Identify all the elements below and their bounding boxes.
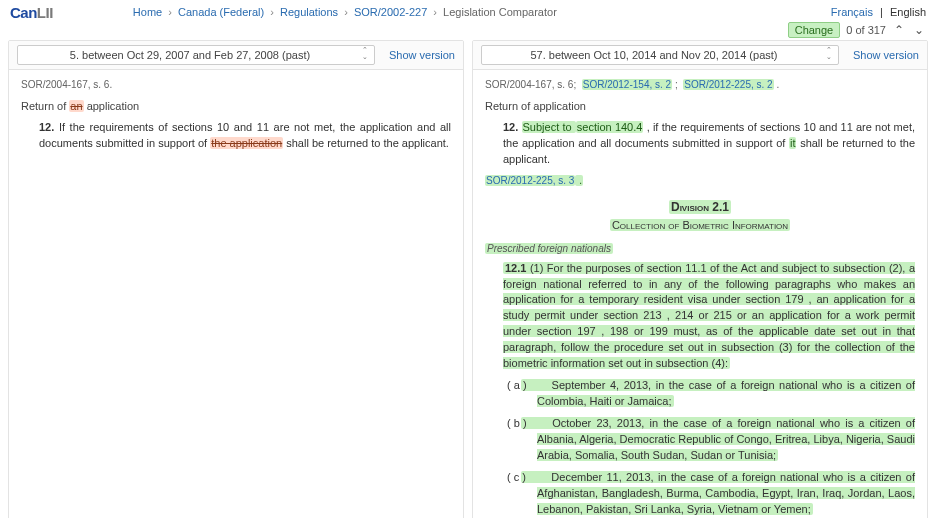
right-sor-link-2[interactable]: SOR/2012-225, s. 2 (684, 79, 772, 90)
left-sor-line: SOR/2004-167, s. 6. (21, 78, 451, 93)
right-pane-body: SOR/2004-167, s. 6; SOR/2012-154, s. 2 ;… (473, 70, 927, 518)
right-li-c: ( c ) December 11, 2013, in the case of … (501, 470, 915, 518)
right-sor-sep: ; (675, 79, 678, 90)
change-count: 0 of 317 (846, 24, 886, 36)
division-title: Division 2.1 Collection of Biometric Inf… (485, 199, 915, 234)
right-para-12-num: 12. (503, 121, 518, 133)
s214: 214 (675, 309, 693, 321)
breadcrumb-sep: › (430, 6, 440, 18)
left-heading-pre: Return of (21, 100, 66, 112)
right-para-12-comma: , (643, 121, 653, 133)
breadcrumb-sor[interactable]: SOR/2002-227 (354, 6, 427, 18)
left-heading: Return of an application (21, 99, 451, 115)
right-pane: 57. between Oct 10, 2014 and Nov 20, 201… (472, 40, 928, 518)
s198: 198 (610, 325, 628, 337)
left-heading-post: application (87, 100, 140, 112)
division-num: Division 2.1 (669, 200, 731, 214)
language-switch: Français | English (831, 6, 926, 18)
top-bar: CanLII Home › Canada (Federal) › Regulat… (0, 0, 936, 22)
right-para-12-sec: section 140.4 (576, 121, 644, 133)
left-pane-header: 5. between Oct 29, 2007 and Feb 27, 2008… (9, 41, 463, 70)
right-para-12: 12. Subject to section 140.4 , if the re… (485, 120, 915, 168)
s179: section 179 (745, 293, 803, 305)
s199: 199 (649, 325, 667, 337)
right-pane-header: 57. between Oct 10, 2014 and Nov 20, 201… (473, 41, 927, 70)
left-para-12: 12. If the requirements of sections 10 a… (21, 120, 451, 152)
right-show-version-link[interactable]: Show version (853, 49, 919, 61)
s197: section 197 (537, 325, 596, 337)
breadcrumb-sep: › (341, 6, 351, 18)
right-sor-link-1[interactable]: SOR/2012-154, s. 2 (583, 79, 671, 90)
right-foot12-link[interactable]: SOR/2012-225, s. 3 (486, 175, 574, 186)
right-li-b: ( b ) October 23, 2013, in the case of a… (501, 416, 915, 464)
breadcrumb-regulations[interactable]: Regulations (280, 6, 338, 18)
breadcrumb-sep: › (165, 6, 175, 18)
right-heading: Return of application (485, 99, 915, 115)
left-version-select[interactable]: 5. between Oct 29, 2007 and Feb 27, 2008… (17, 45, 375, 65)
right-12-1-num: 12.1 (505, 262, 526, 274)
left-para-12-num: 12. (39, 121, 54, 133)
right-foot12-dot: . (575, 175, 583, 186)
s213: section 213 (603, 309, 661, 321)
lang-divider: | (876, 6, 887, 18)
chevron-up-icon[interactable]: ⌃ (892, 24, 906, 36)
breadcrumb-canada[interactable]: Canada (Federal) (178, 6, 264, 18)
lang-fr[interactable]: Français (831, 6, 873, 18)
right-sor-dot: . (776, 79, 779, 90)
right-li-a: ( a ) September 4, 2013, in the case of … (501, 378, 915, 410)
left-para-12-b: shall be returned to the applicant. (283, 137, 449, 149)
change-button[interactable]: Change (788, 22, 841, 38)
left-show-version-link[interactable]: Show version (389, 49, 455, 61)
change-nav: Change 0 of 317 ⌃ ⌄ (0, 22, 936, 40)
breadcrumb-sep: › (267, 6, 277, 18)
breadcrumb: Home › Canada (Federal) › Regulations › … (133, 6, 557, 18)
right-para-12-1: 12.1 (1) For the purposes of section 11.… (485, 261, 915, 373)
left-pane-body: SOR/2004-167, s. 6. Return of an applica… (9, 70, 463, 172)
s215: 215 (713, 309, 731, 321)
lang-en: English (890, 6, 926, 18)
right-footnote-12: SOR/2012-225, s. 3 . (485, 174, 915, 189)
right-12-1-sub: (1) (530, 262, 543, 274)
left-para-12-del: the application (210, 137, 283, 149)
logo-part-1: Can (10, 4, 37, 21)
breadcrumb-home[interactable]: Home (133, 6, 162, 18)
chevron-down-icon[interactable]: ⌄ (912, 24, 926, 36)
right-version-select[interactable]: 57. between Oct 10, 2014 and Nov 20, 201… (481, 45, 839, 65)
right-sor-prefix: SOR/2004-167, s. 6; (485, 79, 576, 90)
comparison-panes: 5. between Oct 29, 2007 and Feb 27, 2008… (0, 40, 936, 518)
logo[interactable]: CanLII (10, 4, 53, 21)
logo-part-2: LII (37, 4, 53, 21)
left-heading-del: an (69, 100, 83, 112)
breadcrumb-current: Legislation Comparator (443, 6, 557, 18)
left-pane: 5. between Oct 29, 2007 and Feb 27, 2008… (8, 40, 464, 518)
right-12-1-full: 12.1 (1) For the purposes of section 11.… (503, 262, 915, 370)
division-sub: Collection of Biometric Information (610, 219, 790, 231)
right-para-12-add1: Subject to (522, 121, 576, 133)
right-sor-line: SOR/2004-167, s. 6; SOR/2012-154, s. 2 ;… (485, 78, 915, 93)
subhead-prescribed: Prescribed foreign nationals (485, 242, 915, 257)
